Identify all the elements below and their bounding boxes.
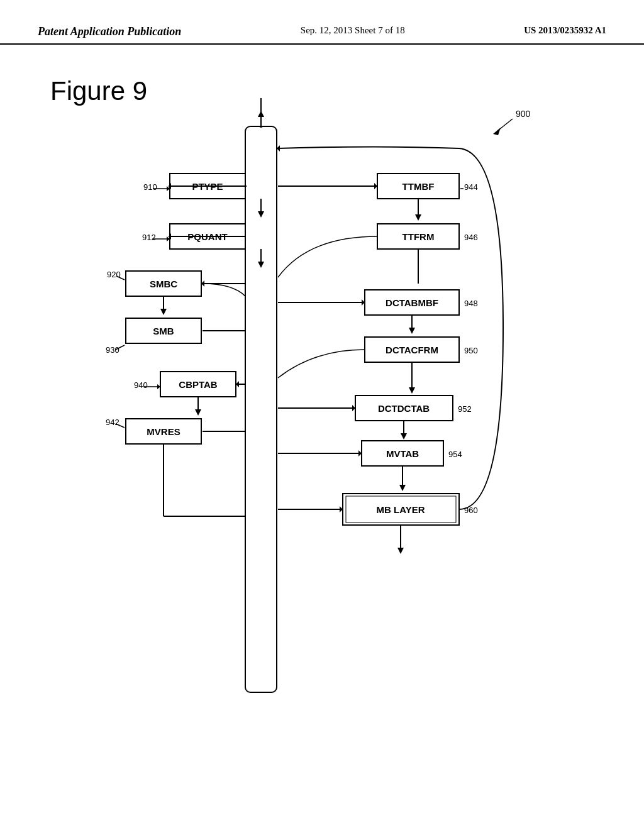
svg-marker-28: [160, 309, 167, 315]
svg-text:TTMBF: TTMBF: [402, 181, 435, 192]
svg-text:942: 942: [106, 418, 119, 427]
publication-title: Patent Application Publication: [38, 25, 181, 38]
svg-text:948: 948: [464, 299, 478, 308]
svg-text:946: 946: [464, 233, 478, 242]
svg-marker-42: [195, 409, 201, 416]
svg-marker-57: [415, 214, 421, 221]
svg-text:920: 920: [107, 270, 121, 279]
svg-text:944: 944: [464, 182, 478, 192]
svg-text:TTFRM: TTFRM: [402, 231, 435, 242]
svg-marker-2: [493, 128, 501, 135]
svg-text:954: 954: [448, 450, 462, 459]
diagram-svg: 900 PTYPE 910 PQUANT 912 SMBC: [0, 45, 644, 818]
svg-marker-68: [409, 328, 415, 334]
svg-text:952: 952: [458, 404, 472, 414]
svg-text:900: 900: [516, 109, 531, 119]
svg-text:DCTDCTAB: DCTDCTAB: [378, 403, 430, 414]
svg-text:DCTACFRM: DCTACFRM: [386, 345, 438, 355]
svg-text:CBPTAB: CBPTAB: [179, 379, 218, 390]
svg-text:DCTABMBF: DCTABMBF: [386, 297, 438, 308]
svg-text:910: 910: [143, 182, 157, 192]
svg-marker-95: [397, 548, 404, 554]
svg-text:SMB: SMB: [153, 326, 174, 336]
svg-text:MVRES: MVRES: [147, 426, 180, 437]
svg-marker-20: [258, 262, 264, 268]
svg-text:SMBC: SMBC: [150, 279, 177, 289]
svg-text:912: 912: [142, 233, 156, 242]
svg-text:940: 940: [134, 380, 148, 390]
page-header: Patent Application Publication Sep. 12, …: [0, 0, 644, 45]
svg-text:960: 960: [464, 506, 478, 515]
svg-text:MB LAYER: MB LAYER: [377, 504, 425, 515]
svg-marker-73: [409, 387, 415, 394]
sheet-info: Sep. 12, 2013 Sheet 7 of 18: [301, 25, 405, 36]
svg-text:MVTAB: MVTAB: [386, 448, 419, 459]
svg-marker-80: [401, 433, 407, 440]
svg-marker-87: [399, 485, 406, 491]
svg-text:950: 950: [464, 346, 478, 355]
figure-area: Figure 9 900 PTYPE 910 PQUANT 912: [0, 45, 644, 818]
svg-marker-12: [258, 211, 264, 218]
patent-number: US 2013/0235932 A1: [524, 25, 606, 36]
svg-text:930: 930: [106, 345, 119, 355]
